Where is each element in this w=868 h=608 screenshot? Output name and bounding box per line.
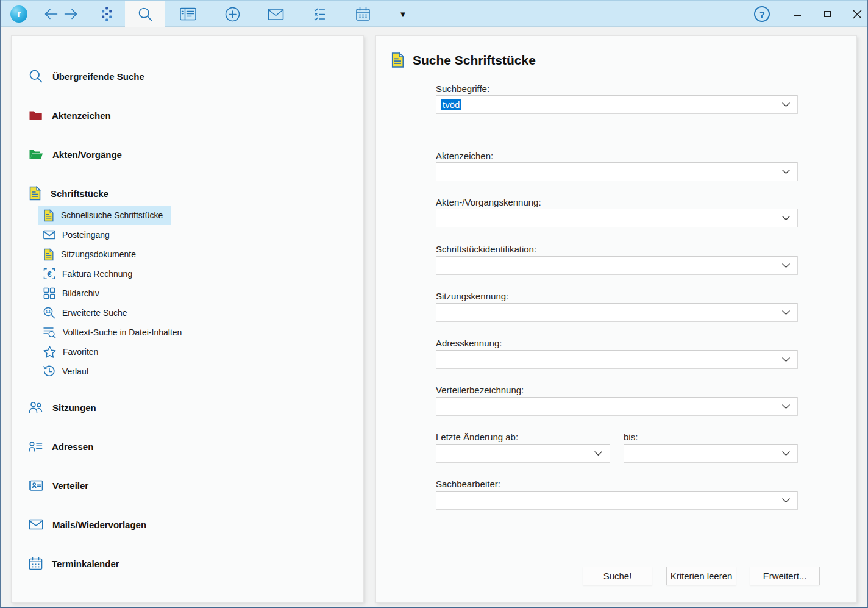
- tab-search[interactable]: [125, 1, 165, 27]
- people-icon: [29, 401, 43, 414]
- chevron-down-icon: [781, 102, 791, 107]
- sidebar-item-label: Sitzungen: [52, 402, 96, 413]
- back-button[interactable]: [42, 1, 60, 27]
- chevron-down-icon: [594, 451, 603, 456]
- search-one-one-icon: 1.1: [43, 307, 55, 319]
- document-icon: [43, 209, 54, 222]
- letzte-aenderung-ab-label: Letzte Änderung ab:: [436, 432, 518, 442]
- one-one-glyph: 1.1: [46, 310, 51, 313]
- sidebar-item-label: Terminkalender: [52, 559, 119, 569]
- suchbegriffe-combobox[interactable]: tvöd: [436, 95, 798, 114]
- checklist-icon: [314, 7, 328, 21]
- sidebar-item-label: Akten/Vorgänge: [52, 149, 122, 160]
- schriftstueckident-combobox[interactable]: [436, 256, 798, 275]
- document-icon: [391, 52, 405, 68]
- forward-button[interactable]: [62, 1, 80, 27]
- close-button[interactable]: [848, 1, 866, 27]
- sidebar-item-verteiler[interactable]: Verteiler: [29, 477, 88, 494]
- help-button[interactable]: ?: [753, 1, 771, 27]
- sidebar-item-label: Mails/Wiedervorlagen: [52, 520, 146, 530]
- sidebar-item-label: Favoriten: [63, 347, 98, 357]
- sidebar-item-label: Verlauf: [62, 367, 89, 376]
- adresskennung-combobox[interactable]: [436, 350, 798, 369]
- toolbar-overflow-button[interactable]: ▼: [394, 1, 411, 27]
- history-icon: [43, 365, 55, 377]
- suche-button[interactable]: Suche!: [583, 567, 652, 585]
- sidebar-item-favoriten[interactable]: Favoriten: [38, 342, 107, 362]
- chevron-down-icon: [781, 404, 791, 409]
- sidebar-item-schnellsuche-schriftstuecke[interactable]: Schnellsuche Schriftstücke: [38, 206, 171, 225]
- sidebar-item-sitzungen[interactable]: Sitzungen: [29, 399, 96, 416]
- arrow-left-icon: [43, 8, 59, 20]
- sidebar-item-label: Posteingang: [62, 230, 110, 240]
- app-logo[interactable]: r: [10, 1, 27, 27]
- sitzungskennung-combobox[interactable]: [436, 303, 798, 322]
- cluster-icon: [99, 6, 115, 22]
- sidebar-item-erweiterte-suche[interactable]: 1.1 Erweiterte Suche: [38, 303, 136, 323]
- sidebar-item-label: Volltext-Suche in Datei-Inhalten: [63, 327, 182, 337]
- euro-glyph: €: [47, 270, 51, 279]
- toolbar: r: [1, 0, 867, 27]
- chevron-down-icon: [781, 215, 791, 221]
- close-icon: [853, 10, 862, 19]
- sidebar-item-posteingang[interactable]: Posteingang: [38, 225, 118, 245]
- person-list-icon: [29, 441, 43, 452]
- chevron-down-icon: [781, 498, 791, 503]
- sitzungskennung-label: Sitzungskennung:: [436, 291, 508, 301]
- plus-circle-icon: [224, 6, 241, 23]
- bis-label: bis:: [624, 432, 638, 442]
- sidebar-item-adressen[interactable]: Adressen: [29, 438, 93, 455]
- sachbearbeiter-combobox[interactable]: [436, 491, 798, 510]
- minimize-icon: [794, 15, 801, 16]
- vorgangskennung-combobox[interactable]: [436, 209, 798, 227]
- tab-new[interactable]: [221, 1, 243, 27]
- logo-icon: r: [10, 5, 27, 23]
- envelope-icon: [29, 519, 43, 530]
- app-switcher-button[interactable]: [97, 1, 116, 27]
- folder-open-icon: [29, 148, 43, 160]
- erweitert-button[interactable]: Erweitert...: [750, 567, 820, 585]
- sidebar-item-schriftstuecke[interactable]: Schriftstücke: [29, 185, 108, 202]
- sidebar-item-aktenzeichen[interactable]: Aktenzeichen: [29, 107, 111, 124]
- chevron-down-icon: [781, 451, 791, 456]
- sidebar-item-mails-wiedervorlagen[interactable]: Mails/Wiedervorlagen: [29, 516, 146, 533]
- page-title: Suche Schriftstücke: [391, 52, 536, 68]
- page-title-text: Suche Schriftstücke: [413, 53, 536, 68]
- vorgangskennung-label: Akten-/Vorgangskennung:: [436, 197, 541, 207]
- chevron-down-icon: [781, 263, 791, 268]
- tab-calendar[interactable]: [352, 1, 374, 27]
- arrow-right-icon: [63, 8, 79, 20]
- maximize-icon: [824, 11, 831, 17]
- sidebar-panel: Übergreifende Suche Aktenzeichen Akten/V…: [11, 35, 364, 603]
- search-icon: [138, 7, 153, 22]
- sachbearbeiter-label: Sachbearbeiter:: [436, 479, 500, 489]
- list-panel-icon: [180, 7, 197, 21]
- sidebar-item-verlauf[interactable]: Verlauf: [38, 362, 98, 381]
- sidebar-item-sitzungsdokumente[interactable]: Sitzungsdokumente: [38, 245, 144, 264]
- sidebar-item-uebergreifende-suche[interactable]: Übergreifende Suche: [29, 68, 144, 85]
- document-icon: [29, 186, 41, 201]
- folder-closed-icon: [29, 109, 43, 121]
- bis-combobox[interactable]: [624, 444, 798, 463]
- aktenzeichen-combobox[interactable]: [436, 162, 798, 181]
- sidebar-item-volltext-suche[interactable]: Volltext-Suche in Datei-Inhalten: [38, 323, 190, 342]
- tab-tasks[interactable]: [310, 1, 332, 27]
- sidebar-item-label: Erweiterte Suche: [62, 308, 127, 318]
- sidebar-item-faktura-rechnung[interactable]: € Faktura Rechnung: [38, 264, 141, 284]
- adresskennung-label: Adresskennung:: [436, 338, 502, 348]
- sidebar-item-akten-vorgaenge[interactable]: Akten/Vorgänge: [29, 146, 122, 163]
- sidebar-item-label: Aktenzeichen: [52, 110, 111, 121]
- chevron-down-icon: [781, 310, 791, 315]
- sidebar-item-bildarchiv[interactable]: Bildarchiv: [38, 284, 108, 303]
- maximize-button[interactable]: [818, 1, 836, 27]
- minimize-button[interactable]: [788, 1, 806, 27]
- tab-mail[interactable]: [265, 1, 286, 27]
- letzte-aenderung-ab-combobox[interactable]: [436, 444, 610, 463]
- verteilerbezeichnung-label: Verteilerbezeichnung:: [436, 385, 524, 395]
- kriterien-leeren-button[interactable]: Kriterien leeren: [666, 567, 736, 585]
- verteilerbezeichnung-combobox[interactable]: [436, 397, 798, 416]
- tab-journal[interactable]: [177, 1, 199, 27]
- sidebar-item-terminkalender[interactable]: Terminkalender: [29, 555, 119, 572]
- fulltext-search-icon: [43, 326, 56, 338]
- euro-brackets-icon: €: [43, 268, 55, 280]
